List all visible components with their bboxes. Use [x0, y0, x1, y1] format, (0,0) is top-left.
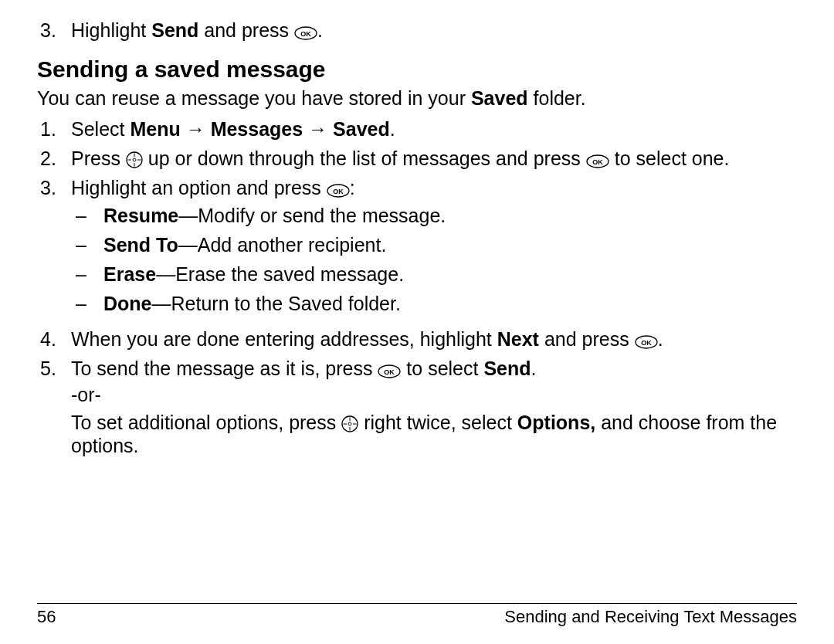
list-body: Highlight Send and press OK. — [71, 19, 797, 42]
bold-text: Send — [151, 19, 198, 41]
text: . — [317, 19, 323, 41]
list-body: Select Menu → Messages → Saved. — [71, 117, 797, 141]
text: and press — [539, 328, 635, 350]
ok-icon: OK — [586, 154, 609, 168]
page-number: 56 — [37, 607, 56, 627]
list-body: Highlight an option and press OK: – Resu… — [71, 176, 797, 321]
nav-icon — [341, 415, 358, 432]
page-content: 3. Highlight Send and press OK. Sending … — [37, 19, 797, 457]
dash: – — [71, 204, 103, 227]
bold-text: Send — [483, 358, 531, 379]
step-3: 3. Highlight an option and press OK: – R… — [37, 176, 797, 321]
text: Press — [71, 147, 126, 169]
text: folder. — [528, 87, 586, 109]
footer-title: Sending and Receiving Text Messages — [504, 607, 797, 627]
bold-text: Saved — [471, 87, 528, 109]
list-body: When you are done entering addresses, hi… — [71, 327, 797, 351]
or-separator: -or- — [71, 383, 797, 406]
ok-icon: OK — [327, 184, 350, 198]
svg-text:OK: OK — [385, 368, 395, 376]
section-heading: Sending a saved message — [37, 56, 797, 83]
manual-page: 3. Highlight Send and press OK. Sending … — [0, 0, 834, 644]
dash: – — [71, 233, 103, 256]
text: —Modify or send the message. — [178, 205, 446, 226]
text: Highlight an option and press — [71, 177, 327, 198]
list-body: Press up or down through the list of mes… — [71, 147, 797, 170]
arrow: → — [303, 118, 333, 140]
intro-paragraph: You can reuse a message you have stored … — [37, 86, 797, 110]
text: . — [531, 358, 537, 379]
text: to select — [401, 358, 483, 379]
nav-icon — [126, 151, 143, 168]
previous-list-tail: 3. Highlight Send and press OK. — [37, 19, 797, 42]
text: To send the message as it is, press — [71, 358, 378, 379]
text: . — [658, 328, 663, 350]
dash: – — [71, 263, 103, 286]
bold-text: Menu — [130, 118, 180, 140]
text: to select one. — [609, 147, 730, 169]
step-5-line1: To send the message as it is, press OK t… — [71, 357, 797, 380]
text: —Add another recipient. — [178, 234, 387, 256]
bold-text: Send To — [103, 234, 178, 256]
text: —Erase the saved message. — [156, 263, 404, 285]
step-5: 5. To send the message as it is, press O… — [37, 357, 797, 457]
step-2: 2. Press up or down through the list of … — [37, 147, 797, 170]
bold-text: Saved — [333, 118, 390, 140]
text: To set additional options, press — [71, 412, 341, 433]
svg-text:OK: OK — [592, 158, 603, 166]
option-erase: – Erase—Erase the saved message. — [71, 263, 797, 286]
option-send-to: – Send To—Add another recipient. — [71, 233, 797, 256]
list-marker: 4. — [37, 327, 71, 351]
list-marker: 2. — [37, 147, 71, 170]
step-1: 1. Select Menu → Messages → Saved. — [37, 117, 797, 141]
text: —Return to the Saved folder. — [152, 293, 401, 314]
page-footer: 56 Sending and Receiving Text Messages — [37, 603, 797, 627]
bold-text: Next — [497, 328, 539, 350]
text: . — [390, 118, 395, 140]
svg-point-3 — [133, 158, 136, 161]
svg-text:OK: OK — [641, 339, 652, 347]
text: When you are done entering addresses, hi… — [71, 328, 497, 350]
step-4: 4. When you are done entering addresses,… — [37, 327, 797, 351]
option-resume: – Resume—Modify or send the message. — [71, 204, 797, 227]
dash: – — [71, 292, 103, 315]
svg-text:OK: OK — [333, 188, 344, 195]
list-marker: 3. — [37, 176, 71, 321]
svg-point-17 — [348, 422, 351, 425]
list-body: To send the message as it is, press OK t… — [71, 357, 797, 457]
ok-icon: OK — [294, 26, 317, 40]
option-body: Send To—Add another recipient. — [103, 233, 386, 256]
option-body: Done—Return to the Saved folder. — [103, 292, 401, 315]
bold-text: Options, — [517, 412, 595, 433]
text: up or down through the list of messages … — [143, 147, 586, 169]
option-body: Resume—Modify or send the message. — [103, 204, 446, 227]
step-3-prev: 3. Highlight Send and press OK. — [37, 19, 797, 42]
svg-text:OK: OK — [300, 30, 311, 38]
text: Highlight — [71, 19, 151, 41]
procedure-list: 1. Select Menu → Messages → Saved. 2. Pr… — [37, 117, 797, 457]
bold-text: Done — [103, 293, 152, 314]
list-marker: 3. — [37, 19, 71, 42]
ok-icon: OK — [635, 335, 658, 349]
option-body: Erase—Erase the saved message. — [103, 263, 404, 286]
step-5-line2: To set additional options, press right t… — [71, 411, 797, 457]
option-list: – Resume—Modify or send the message. – S… — [71, 204, 797, 315]
ok-icon: OK — [378, 364, 401, 378]
list-marker: 5. — [37, 357, 71, 457]
bold-text: Messages — [211, 118, 303, 140]
list-marker: 1. — [37, 117, 71, 141]
text: right twice, select — [358, 412, 517, 433]
arrow: → — [181, 118, 211, 140]
bold-text: Resume — [103, 205, 178, 226]
bold-text: Erase — [103, 263, 156, 285]
text: Select — [71, 118, 130, 140]
text: You can reuse a message you have stored … — [37, 87, 471, 109]
text: and press — [198, 19, 294, 41]
text: : — [350, 177, 355, 198]
option-done: – Done—Return to the Saved folder. — [71, 292, 797, 315]
